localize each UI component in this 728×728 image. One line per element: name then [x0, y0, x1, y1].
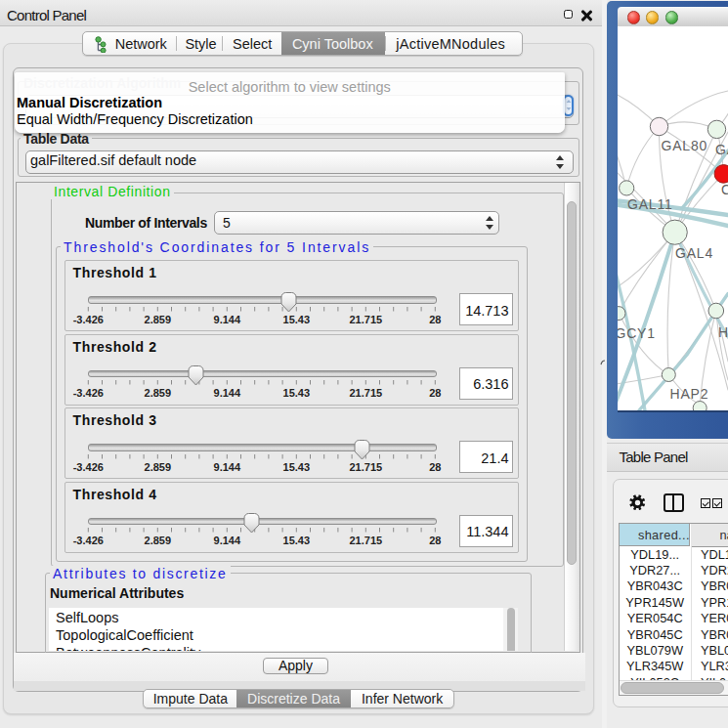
- svg-text:GCY1: GCY1: [618, 325, 656, 341]
- svg-text:GAL80: GAL80: [662, 138, 708, 153]
- svg-text:GAL11: GAL11: [627, 196, 673, 212]
- svg-text:HX: HX: [718, 324, 728, 340]
- svg-text:HAP2: HAP2: [670, 386, 709, 402]
- svg-text:CA: CA: [721, 182, 728, 197]
- svg-text:GA: GA: [715, 142, 728, 157]
- svg-text:GAL4: GAL4: [675, 245, 713, 261]
